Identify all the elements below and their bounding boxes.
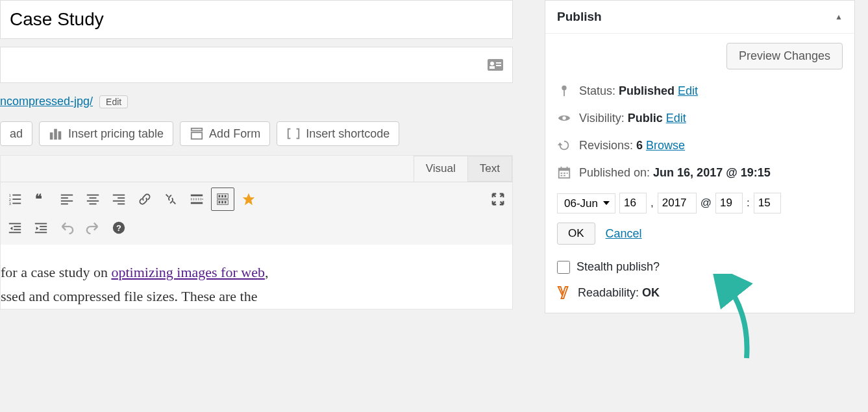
svg-rect-37 <box>225 195 227 198</box>
status-label: Status: <box>579 84 619 97</box>
svg-rect-17 <box>61 195 73 196</box>
svg-rect-57 <box>561 167 562 170</box>
svg-rect-44 <box>14 229 21 230</box>
post-title-input[interactable] <box>0 0 513 39</box>
svg-rect-26 <box>118 197 125 199</box>
numbered-list-icon[interactable]: 123 <box>3 188 27 211</box>
published-label: Published on: <box>579 166 653 179</box>
year-input[interactable] <box>658 193 697 213</box>
svg-rect-27 <box>113 200 125 202</box>
preview-changes-button[interactable]: Preview Changes <box>726 43 843 69</box>
shortcode-label: Insert shortcode <box>306 127 390 141</box>
permalink-slug-link[interactable]: ncompressed-jpg/ <box>0 95 93 108</box>
collapse-icon: ▲ <box>835 12 843 21</box>
svg-rect-40 <box>221 201 223 204</box>
indent-icon[interactable] <box>29 216 53 239</box>
stealth-publish-row: Stealth publish? <box>557 260 843 274</box>
svg-rect-59 <box>561 173 563 174</box>
stealth-publish-checkbox[interactable] <box>557 261 570 274</box>
revisions-value: 6 <box>636 139 643 152</box>
svg-rect-28 <box>118 203 125 204</box>
svg-rect-58 <box>567 167 568 170</box>
date-at: @ <box>701 197 712 210</box>
publish-panel-header[interactable]: Publish ▲ <box>545 1 854 34</box>
svg-rect-41 <box>225 201 227 204</box>
yoast-icon <box>557 285 571 300</box>
undo-icon[interactable] <box>55 216 79 239</box>
svg-rect-48 <box>40 229 47 230</box>
insert-more-icon[interactable] <box>185 188 208 211</box>
readability-value: OK <box>642 286 660 299</box>
permalink-edit-button[interactable]: Edit <box>99 95 128 108</box>
star-icon[interactable] <box>237 188 260 211</box>
form-icon <box>190 127 204 141</box>
svg-rect-43 <box>14 226 21 227</box>
svg-rect-3 <box>496 62 501 64</box>
svg-rect-25 <box>113 195 125 196</box>
fullscreen-icon[interactable] <box>486 188 510 211</box>
help-icon[interactable]: ? <box>107 216 130 239</box>
visibility-edit-link[interactable]: Edit <box>666 112 686 125</box>
svg-rect-36 <box>221 195 223 198</box>
svg-point-52 <box>562 86 566 90</box>
month-select[interactable]: 06-Jun <box>557 193 615 213</box>
toolbar-toggle-icon[interactable] <box>211 188 234 211</box>
blockquote-icon[interactable]: ❝ <box>29 188 53 211</box>
minute-input[interactable] <box>754 193 781 213</box>
svg-rect-53 <box>564 90 565 96</box>
svg-text:1: 1 <box>9 193 11 197</box>
tab-text[interactable]: Text <box>467 156 512 182</box>
svg-rect-2 <box>490 66 495 69</box>
bar-chart-icon <box>49 127 63 141</box>
align-center-icon[interactable] <box>81 188 105 211</box>
svg-rect-31 <box>191 195 203 197</box>
align-left-icon[interactable] <box>55 188 79 211</box>
content-link-optimizing[interactable]: optimizing images for web <box>111 264 264 280</box>
insert-pricing-table-button[interactable]: Insert pricing table <box>39 121 173 146</box>
add-button[interactable]: ad <box>0 121 32 146</box>
svg-rect-19 <box>61 200 73 202</box>
tab-visual[interactable]: Visual <box>414 156 468 182</box>
status-value: Published <box>619 84 675 97</box>
svg-rect-32 <box>191 199 203 200</box>
add-form-button[interactable]: Add Form <box>180 121 270 146</box>
svg-rect-46 <box>35 223 47 224</box>
permalink-box <box>0 47 513 83</box>
svg-rect-20 <box>61 203 68 204</box>
svg-rect-60 <box>564 173 565 174</box>
redo-icon[interactable] <box>81 216 105 239</box>
align-right-icon[interactable] <box>107 188 130 211</box>
svg-line-30 <box>173 202 176 204</box>
hour-input[interactable] <box>715 193 743 213</box>
svg-rect-62 <box>561 175 563 176</box>
revisions-browse-link[interactable]: Browse <box>646 139 685 152</box>
status-row: Status: Published Edit <box>557 84 843 98</box>
outdent-icon[interactable] <box>3 216 27 239</box>
visibility-row: Visibility: Public Edit <box>557 111 843 125</box>
published-value: Jun 16, 2017 @ 19:15 <box>653 166 771 179</box>
published-on-row: Published on: Jun 16, 2017 @ 19:15 <box>557 165 843 180</box>
visibility-label: Visibility: <box>579 112 628 125</box>
svg-rect-18 <box>61 197 68 199</box>
svg-text:3: 3 <box>9 202 11 206</box>
date-ok-button[interactable]: OK <box>557 223 595 245</box>
post-content[interactable]: for a case study on optimizing images fo… <box>1 245 512 309</box>
day-input[interactable] <box>619 193 647 213</box>
svg-point-1 <box>490 62 494 66</box>
svg-rect-24 <box>90 203 97 204</box>
svg-rect-33 <box>191 202 203 204</box>
svg-rect-9 <box>192 132 203 139</box>
unlink-icon[interactable] <box>159 188 182 211</box>
svg-rect-5 <box>50 132 53 139</box>
svg-rect-39 <box>219 201 221 204</box>
revisions-icon <box>557 138 571 152</box>
publish-panel: Publish ▲ Preview Changes Status: Publis… <box>545 0 855 313</box>
publish-header-label: Publish <box>557 10 602 24</box>
content-text-1a: for a case study on <box>1 264 111 280</box>
date-cancel-link[interactable]: Cancel <box>606 227 642 241</box>
permalink-row: ncompressed-jpg/ Edit <box>0 95 513 108</box>
status-edit-link[interactable]: Edit <box>678 84 698 97</box>
insert-shortcode-button[interactable]: Insert shortcode <box>277 121 399 146</box>
content-text-1b: , <box>265 264 269 280</box>
link-icon[interactable] <box>133 188 156 211</box>
